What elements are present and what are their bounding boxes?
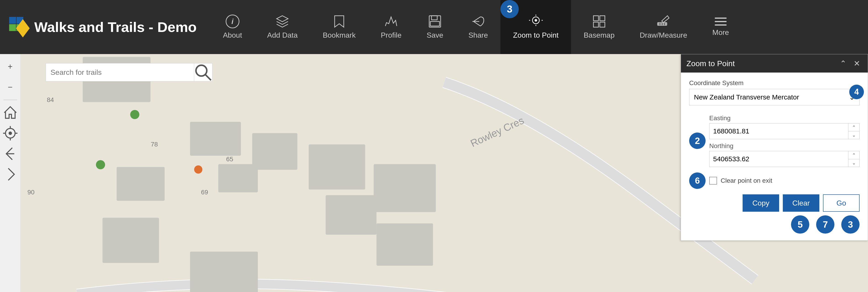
map-label-90: 90 (27, 189, 34, 196)
nav-label-more: More (712, 28, 729, 37)
map-label-84: 84 (47, 96, 54, 104)
left-sidebar: + − (0, 54, 21, 292)
search-button[interactable] (194, 63, 212, 81)
action-buttons-row: Copy Clear Go (689, 194, 860, 212)
easting-down-button[interactable]: ⌄ (848, 132, 859, 139)
map-label-78: 78 (151, 141, 158, 148)
northing-badge: 2 (689, 133, 706, 149)
zoom-to-point-panel: Zoom to Point ⌃ ✕ Coordinate System New … (681, 54, 868, 241)
ztp-header-buttons: ⌃ ✕ (838, 58, 862, 69)
ztp-body: Coordinate System New Zealand Transverse… (681, 73, 868, 241)
nav-item-zoom-to-point[interactable]: 3 Zoom to Point (500, 0, 571, 54)
svg-marker-5 (277, 16, 288, 22)
home-button[interactable] (2, 105, 18, 121)
main-content: + − (0, 54, 868, 292)
share-icon (471, 14, 485, 28)
badge-clear: 7 (816, 215, 834, 233)
nav-label-draw-measure: Draw/Measure (640, 31, 687, 39)
easting-spin-buttons: ⌃ ⌄ (848, 123, 859, 139)
info-icon: i (226, 14, 239, 28)
ztp-header: Zoom to Point ⌃ ✕ (681, 54, 868, 73)
back-icon (2, 146, 18, 162)
go-button[interactable]: Go (823, 194, 860, 212)
northing-spin-buttons: ⌃ ⌄ (848, 151, 859, 167)
back-button[interactable] (2, 146, 18, 162)
northing-input-row: ⌃ ⌄ (709, 151, 860, 167)
map-label-69: 69 (201, 189, 208, 196)
home-icon (2, 105, 18, 121)
clear-point-checkbox[interactable] (709, 177, 717, 185)
clear-point-label: Clear point on exit (721, 177, 772, 184)
clear-button[interactable]: Clear (783, 194, 819, 212)
nav-item-save[interactable]: Save (414, 0, 456, 54)
svg-rect-34 (190, 122, 241, 155)
location-icon (2, 125, 18, 141)
ztp-close-button[interactable]: ✕ (851, 58, 862, 69)
nav-item-basemap[interactable]: Basemap (571, 0, 627, 54)
clear-point-row: 6 Clear point on exit (689, 173, 860, 189)
nav-item-more[interactable]: More (700, 0, 742, 54)
zoom-to-point-icon (529, 14, 543, 28)
search-icon (194, 64, 212, 81)
svg-rect-43 (190, 252, 258, 292)
coordinate-badge: 4 (849, 85, 864, 99)
search-container (46, 63, 212, 81)
bookmark-icon (332, 14, 346, 28)
nav-label-bookmark: Bookmark (323, 31, 355, 39)
svg-rect-39 (309, 144, 365, 190)
easting-input[interactable] (710, 123, 848, 139)
northing-input[interactable] (710, 151, 848, 167)
logo-area: Walks and Trails - Demo (9, 17, 197, 37)
map-orange-dot (194, 166, 203, 174)
easting-northing-row: 2 Easting ⌃ ⌄ Northing (689, 114, 860, 167)
nav-label-save: Save (427, 31, 443, 39)
location-button[interactable] (2, 125, 18, 141)
nav-item-bookmark[interactable]: Bookmark (310, 0, 368, 54)
svg-rect-41 (374, 164, 436, 212)
svg-point-31 (196, 65, 207, 76)
svg-line-32 (206, 75, 211, 80)
svg-rect-35 (218, 164, 258, 192)
ztp-title: Zoom to Point (686, 59, 735, 68)
coordinate-system-value: New Zealand Transverse Mercator (694, 93, 799, 101)
ztp-minimize-button[interactable]: ⌃ (838, 58, 848, 69)
sidebar-divider (3, 100, 17, 100)
zoom-badge: 3 (500, 0, 519, 18)
top-navigation: Walks and Trails - Demo i About Add Data… (0, 0, 868, 54)
coordinate-system-dropdown[interactable]: New Zealand Transverse Mercator ⌄ 4 (689, 89, 860, 105)
svg-rect-17 (593, 22, 598, 27)
nav-item-draw-measure[interactable]: Draw/Measure (627, 0, 700, 54)
nav-item-about[interactable]: i About (210, 0, 255, 54)
map-area[interactable]: Rowley Cres Rowley Cres 84 78 65 90 69 Z… (21, 54, 868, 292)
nav-label-share: Share (468, 31, 488, 39)
map-green-dot-1 (130, 110, 140, 119)
svg-rect-36 (252, 133, 298, 170)
zoom-out-button[interactable]: − (2, 79, 18, 95)
svg-rect-2 (9, 24, 16, 31)
nav-item-profile[interactable]: Profile (368, 0, 414, 54)
badge-copy: 5 (791, 215, 809, 233)
svg-rect-18 (600, 22, 605, 27)
northing-up-button[interactable]: ⌃ (848, 151, 859, 159)
layers-icon (276, 14, 289, 28)
forward-button[interactable] (2, 166, 18, 182)
svg-rect-42 (376, 223, 433, 266)
nav-item-add-data[interactable]: Add Data (255, 0, 310, 54)
northing-down-button[interactable]: ⌄ (848, 159, 859, 167)
map-green-dot-2 (96, 160, 105, 169)
basemap-icon (592, 14, 606, 28)
northing-label: Northing (709, 142, 860, 150)
zoom-in-button[interactable]: + (2, 59, 18, 75)
forward-icon (2, 166, 18, 182)
copy-button[interactable]: Copy (743, 194, 779, 212)
search-input[interactable] (46, 63, 194, 81)
nav-label-about: About (223, 31, 242, 39)
easting-up-button[interactable]: ⌃ (848, 123, 859, 131)
svg-text:Rowley Cres: Rowley Cres (469, 114, 526, 149)
svg-rect-15 (593, 16, 598, 21)
localmaps-logo (9, 17, 30, 37)
draw-icon (656, 14, 670, 28)
nav-item-share[interactable]: Share (456, 0, 500, 54)
nav-label-add-data: Add Data (267, 31, 298, 39)
easting-field-wrap: Easting ⌃ ⌄ Northing (709, 114, 860, 167)
